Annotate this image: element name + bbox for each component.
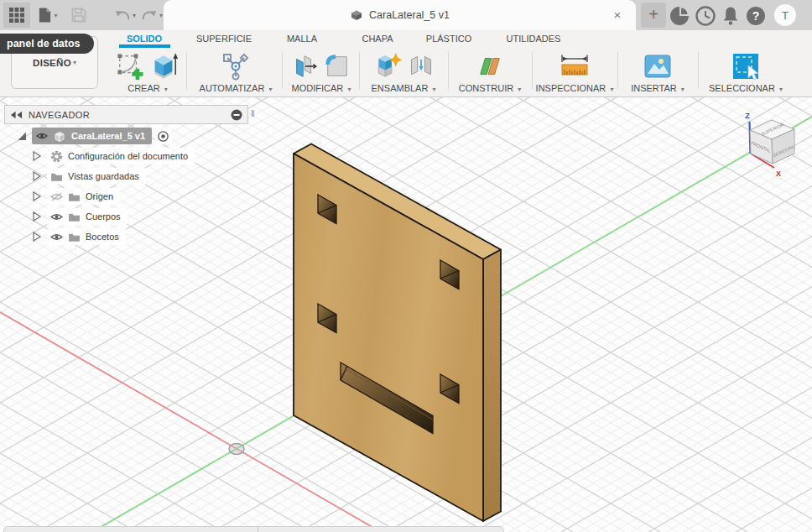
panel-resize-handle[interactable]: ‖	[251, 108, 255, 118]
tree-item-label[interactable]: Origen	[86, 191, 113, 201]
group-separator	[532, 52, 533, 89]
app-grid-button[interactable]	[3, 3, 30, 28]
ensamblar-caret-icon: ▾	[432, 86, 435, 93]
save-icon	[71, 8, 86, 23]
gear-icon	[50, 150, 63, 163]
tree-item-label[interactable]: Cuerpos	[86, 211, 121, 222]
group-modificar: MODIFICAR ▾	[285, 49, 357, 96]
user-avatar[interactable]: T	[773, 3, 797, 27]
insertar-caret-icon: ▾	[681, 86, 684, 93]
fillet-icon[interactable]	[324, 53, 351, 80]
tab-utilidades[interactable]: UTILIDADES	[507, 34, 561, 44]
press-pull-icon[interactable]	[292, 53, 319, 80]
group-separator	[698, 52, 699, 89]
active-tab-underline	[119, 44, 170, 48]
title-bar: ▾ ▾ ▾ CaraLateral_5 v1 × +	[0, 0, 812, 30]
modificar-caret-icon: ▾	[347, 86, 351, 93]
group-separator	[186, 52, 187, 89]
new-component-icon[interactable]	[373, 52, 403, 80]
measure-icon[interactable]	[560, 54, 590, 79]
collapsed-triangle-icon[interactable]	[32, 191, 42, 201]
visibility-eye-icon[interactable]	[50, 232, 63, 242]
ensamblar-dropdown[interactable]: ENSAMBLAR ▾	[372, 83, 436, 96]
notifications-bell-icon[interactable]	[720, 5, 742, 27]
navigator-header[interactable]: NAVEGADOR	[4, 105, 248, 124]
redo-button[interactable]: ▾	[138, 3, 166, 28]
automate-icon[interactable]	[221, 52, 250, 81]
visibility-eye-icon[interactable]	[36, 132, 48, 140]
file-icon	[38, 7, 52, 23]
save-button[interactable]	[69, 3, 89, 28]
insert-image-icon[interactable]	[643, 54, 672, 79]
ribbon-toolbar: SOLIDO SUPERFICIE MALLA CHAPA PLÁSTICO U…	[0, 30, 812, 97]
seleccionar-label: SELECCIONAR	[709, 83, 775, 93]
tab-solido[interactable]: SOLIDO	[127, 34, 162, 44]
tree-item-label[interactable]: Bocetos	[86, 232, 119, 242]
group-separator	[359, 52, 360, 89]
crear-dropdown[interactable]: CREAR ▾	[128, 83, 168, 96]
tree-row-root[interactable]: CaraLateral_5 v1	[17, 127, 172, 145]
document-title: CaraLateral_5 v1	[369, 9, 450, 21]
folder-icon	[68, 191, 81, 202]
construir-dropdown[interactable]: CONSTRUIR ▾	[459, 83, 521, 96]
create-sketch-icon[interactable]	[117, 53, 143, 80]
tab-chapa[interactable]: CHAPA	[362, 34, 393, 44]
group-insertar: INSERTAR ▾	[619, 49, 696, 96]
construct-plane-icon[interactable]	[476, 53, 504, 80]
document-tab[interactable]: CaraLateral_5 v1 ×	[164, 0, 636, 30]
crear-caret-icon: ▾	[164, 86, 168, 93]
tab-plastico[interactable]: PLÁSTICO	[426, 34, 471, 44]
timeline-bar[interactable]	[3, 526, 504, 532]
collapse-panel-icon[interactable]	[10, 111, 23, 119]
collapsed-triangle-icon[interactable]	[32, 151, 42, 161]
radio-target-icon[interactable]	[157, 130, 169, 143]
expand-triangle-icon[interactable]	[17, 131, 27, 141]
modificar-dropdown[interactable]: MODIFICAR ▾	[292, 83, 351, 96]
select-icon[interactable]	[731, 52, 760, 81]
automatizar-dropdown[interactable]: AUTOMATIZAR ▾	[200, 83, 273, 96]
timeline-divider	[258, 527, 258, 532]
tab-malla[interactable]: MALLA	[287, 34, 317, 44]
collapsed-triangle-icon[interactable]	[32, 211, 42, 222]
seleccionar-dropdown[interactable]: SELECCIONAR ▾	[709, 83, 783, 96]
design-caret-icon: ▾	[73, 59, 76, 66]
extrude-icon[interactable]	[148, 52, 179, 80]
group-separator	[282, 52, 283, 89]
insertar-dropdown[interactable]: INSERTAR ▾	[631, 83, 684, 96]
activate-component-radio[interactable]	[154, 128, 172, 144]
visibility-off-eye-icon[interactable]	[50, 192, 63, 201]
tab-superficie[interactable]: SUPERFICIE	[196, 34, 252, 44]
collapsed-triangle-icon[interactable]	[32, 171, 42, 181]
file-menu-caret-icon: ▾	[54, 12, 57, 19]
panel-minimize-icon[interactable]	[231, 109, 242, 121]
tree-row-cuerpos[interactable]: Cuerpos	[32, 207, 128, 226]
extensions-icon[interactable]	[669, 5, 690, 27]
help-icon[interactable]: ?	[745, 5, 767, 27]
automatizar-label: AUTOMATIZAR	[200, 83, 265, 93]
model-side-face[interactable]	[483, 250, 501, 522]
tree-row-saved-views[interactable]: Vistas guardadas	[32, 167, 146, 185]
undo-button[interactable]: ▾	[111, 3, 139, 28]
file-menu-button[interactable]: ▾	[34, 3, 62, 28]
group-crear: CREAR ▾	[109, 49, 186, 96]
tree-row-doc-settings[interactable]: Configuración del documento	[32, 147, 195, 165]
joint-icon[interactable]	[409, 53, 434, 80]
tree-row-bocetos[interactable]: Bocetos	[32, 227, 126, 246]
tree-row-origen[interactable]: Origen	[32, 187, 120, 206]
job-status-clock-icon[interactable]	[695, 5, 716, 27]
group-separator	[448, 52, 449, 89]
tree-item-label[interactable]: Configuración del documento	[68, 151, 188, 161]
group-separator	[617, 52, 618, 89]
document-cube-icon	[53, 130, 66, 143]
origin-marker[interactable]	[229, 444, 244, 455]
group-construir: CONSTRUIR ▾	[450, 49, 530, 96]
new-tab-button[interactable]: +	[641, 3, 666, 28]
redo-icon	[141, 9, 158, 21]
tree-item-label[interactable]: CaraLateral_5 v1	[71, 131, 145, 141]
visibility-eye-icon[interactable]	[50, 212, 63, 222]
close-tab-icon[interactable]: ×	[609, 7, 626, 23]
root-selected-highlight[interactable]: CaraLateral_5 v1	[32, 128, 152, 144]
tree-item-label[interactable]: Vistas guardadas	[68, 171, 139, 181]
inspeccionar-dropdown[interactable]: INSPECCIONAR ▾	[536, 83, 614, 96]
collapsed-triangle-icon[interactable]	[32, 232, 42, 242]
